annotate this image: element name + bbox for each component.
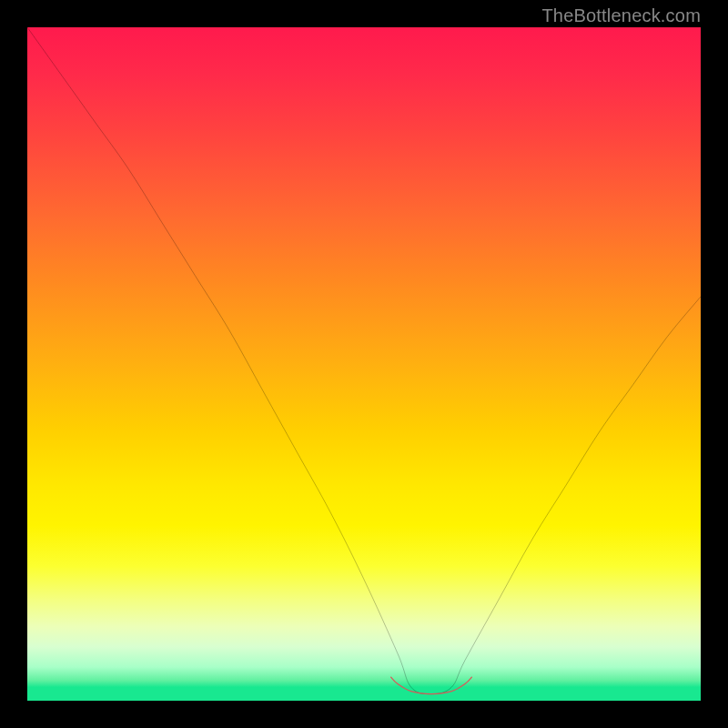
chart-frame: TheBottleneck.com bbox=[0, 0, 728, 728]
curve-layer bbox=[27, 27, 701, 701]
watermark-text: TheBottleneck.com bbox=[541, 5, 701, 26]
bottleneck-curve bbox=[27, 27, 701, 694]
plot-area bbox=[27, 27, 701, 701]
highlight-band bbox=[391, 677, 472, 694]
